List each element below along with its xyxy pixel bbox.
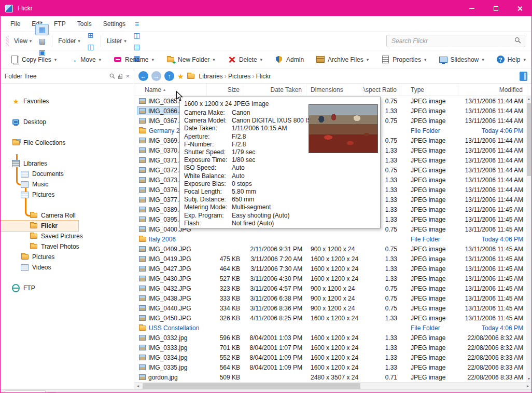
vertical-scroll-thumb[interactable]	[527, 103, 531, 176]
file-row[interactable]: IMG_0450.JPG326 KB4/11/2006 8:25 PM1600 …	[134, 313, 526, 323]
tree-item-desktop[interactable]: Desktop	[1, 117, 134, 127]
forward-button[interactable]: →	[151, 71, 161, 81]
toolbar-button-archive-files[interactable]: Archive Files▾	[313, 53, 372, 66]
folder-menu-button[interactable]: Folder ▾	[55, 35, 83, 47]
column-header-type[interactable]: Type	[401, 84, 458, 96]
tree-item-saved-pictures[interactable]: Saved Pictures	[1, 231, 134, 241]
column-header-modified[interactable]: Modified	[458, 84, 527, 96]
dual-display-button[interactable]: ◫	[84, 41, 97, 52]
tree-item-pictures[interactable]: Pictures	[1, 189, 134, 200]
column-header-size[interactable]: Size	[207, 84, 244, 96]
tree-item-libraries[interactable]: Libraries	[1, 158, 134, 169]
toolbar-button-rename[interactable]: Rename▾	[110, 53, 158, 66]
file-name-cell[interactable]: gordon.jpg	[134, 372, 207, 382]
column-header-aspect-ratio[interactable]: Aspect Ratio	[363, 84, 401, 96]
file-name-cell[interactable]: IMG_0427.JPG	[134, 264, 207, 274]
file-name-cell[interactable]: IMG_0332.jpg	[134, 333, 207, 343]
new-folder-tab-button[interactable]: ⊞	[84, 30, 97, 41]
file-name-cell[interactable]: IMG_0333.jpg	[134, 343, 207, 353]
close-button[interactable]	[508, 1, 531, 16]
tree-close-icon[interactable]: ×	[125, 72, 130, 80]
maximize-button[interactable]	[484, 1, 508, 16]
file-name-cell[interactable]: IMG_0409.JPG	[134, 244, 207, 254]
breadcrumb-item-pictures[interactable]: Pictures	[227, 72, 252, 81]
file-name-cell[interactable]: IMG_0440.JPG	[134, 303, 207, 313]
search-box[interactable]	[386, 35, 525, 47]
menu-item-file[interactable]: File	[5, 18, 26, 30]
scroll-right-arrow[interactable]: ►	[524, 383, 531, 389]
file-row[interactable]: gordon.jpg509 KB2480 x 3507 x 240.71JPEG…	[134, 372, 526, 382]
tree-item-travel-photos[interactable]: Travel Photos	[1, 241, 134, 252]
breadcrumb-item-flickr[interactable]: Flickr	[255, 72, 273, 81]
details-view-button[interactable]: ▤	[130, 41, 144, 52]
tree-item-flickr[interactable]: Flickr	[1, 221, 78, 231]
toolbar-button-admin[interactable]: Admin	[271, 53, 307, 66]
toolbar-button-move[interactable]: →Move▾	[65, 53, 105, 66]
file-name-cell[interactable]: IMG_0432.JPG	[134, 283, 207, 293]
vertical-scrollbar[interactable]: ▲ ▼	[526, 96, 531, 382]
tree-item-videos[interactable]: Videos	[1, 262, 134, 273]
file-row[interactable]: IMG_0333.jpg701 KB8/04/2001 1:07 PM1600 …	[134, 343, 526, 353]
lister-menu-button[interactable]: Lister ▾	[104, 35, 130, 47]
toolbar-button-help[interactable]: ?Help▾	[493, 53, 529, 65]
tree-item-pictures[interactable]: Pictures	[1, 252, 134, 262]
back-button[interactable]: ←	[138, 71, 148, 81]
horizontal-scrollbar[interactable]: ◄ ►	[134, 382, 531, 389]
thumbnails-button[interactable]: ▦	[35, 24, 49, 35]
dual-pane-button[interactable]: ◫	[130, 30, 144, 41]
file-row[interactable]: IMG_0334.jpg552 KB8/04/2001 1:09 PM1600 …	[134, 353, 526, 362]
file-name-cell[interactable]: IMG_0450.JPG	[134, 313, 207, 323]
file-name-cell[interactable]: IMG_0419.JPG	[134, 254, 207, 264]
menu-item-ftp[interactable]: FTP	[48, 18, 72, 30]
tree-search-icon[interactable]	[109, 73, 115, 79]
toolbar-button-properties[interactable]: Properties▾	[377, 53, 430, 66]
view-menu-button[interactable]: View ▾	[11, 35, 35, 47]
file-row[interactable]: IMG_0332.jpg596 KB8/04/2001 1:03 PM1600 …	[134, 333, 526, 343]
search-input[interactable]	[390, 37, 514, 45]
tree-item-camera-roll[interactable]: Camera Roll	[1, 210, 134, 221]
file-name-cell[interactable]: IMG_0335.jpg	[134, 362, 207, 372]
tree-item-music[interactable]: Music	[1, 179, 134, 189]
file-name-cell[interactable]: IMG_0438.JPG	[134, 293, 207, 303]
file-row[interactable]: IMG_0432.JPG323 KB3/11/2006 4:57 PM900 x…	[134, 283, 526, 293]
column-header-dimensions[interactable]: Dimensions	[306, 84, 363, 96]
tree-item-favorites[interactable]: ★Favorites	[1, 96, 134, 106]
tree-lock-icon[interactable]	[118, 74, 122, 79]
minimize-button[interactable]	[460, 1, 484, 16]
file-row[interactable]: IMG_0335.jpg564 KB8/04/2001 1:09 PM1600 …	[134, 362, 526, 372]
up-button[interactable]: ↑	[164, 71, 174, 81]
scroll-down-arrow[interactable]: ▼	[526, 376, 531, 382]
file-row[interactable]: IMG_0419.JPG475 KB3/11/2006 7:20 AM1600 …	[134, 254, 526, 264]
file-row[interactable]: IMG_0430.JPG527 KB3/11/2006 4:30 PM1600 …	[134, 274, 526, 283]
file-row[interactable]: IMG_0427.JPG464 KB3/11/2006 7:30 AM1600 …	[134, 264, 526, 274]
toolbar-button-delete[interactable]: Delete▾	[224, 53, 266, 66]
file-row[interactable]: IMG_0438.JPG333 KB3/11/2006 6:38 PM900 x…	[134, 293, 526, 303]
toolbar-button-slideshow[interactable]: Slideshow▾	[436, 53, 488, 66]
file-name-cell[interactable]: USS Constellation	[134, 323, 207, 333]
file-name-cell[interactable]: IMG_0430.JPG	[134, 274, 207, 283]
file-name-cell[interactable]: IMG_0334.jpg	[134, 353, 207, 362]
file-name-cell[interactable]: Italy 2006	[134, 234, 207, 244]
tree-item-file-collections[interactable]: File Collections	[1, 138, 134, 148]
folder-row[interactable]: Italy 2006File FolderToday 4:06 PM	[134, 234, 526, 244]
breadcrumb-item-libraries[interactable]: Libraries	[198, 72, 225, 81]
details-button[interactable]: ▤	[35, 35, 49, 47]
menu-item-settings[interactable]: Settings	[97, 18, 131, 30]
menu-item-tools[interactable]: Tools	[72, 18, 97, 30]
tree-item-documents[interactable]: Documents	[1, 169, 134, 179]
tab-flickr[interactable]: Flickr	[5, 390, 46, 393]
file-row[interactable]: IMG_0440.JPG334 KB3/11/2006 8:36 PM900 x…	[134, 303, 526, 313]
column-header-date-taken[interactable]: Date Taken	[244, 84, 306, 96]
scroll-left-arrow[interactable]: ◄	[134, 383, 142, 389]
tree-item-ftp[interactable]: FTP	[1, 283, 134, 293]
list-view-button[interactable]: ≡	[130, 18, 144, 30]
toolbar-button-copy-files[interactable]: Copy Files▾	[7, 53, 60, 66]
favorite-star-icon[interactable]: ★	[177, 72, 184, 80]
folder-row[interactable]: USS ConstellationFile FolderToday 4:06 P…	[134, 323, 526, 333]
horizontal-scroll-thumb[interactable]	[143, 383, 360, 389]
dual-display-toggle-icon[interactable]	[520, 72, 527, 81]
scroll-up-arrow[interactable]: ▲	[526, 96, 531, 102]
column-header-name[interactable]: Name▴	[134, 84, 207, 96]
file-row[interactable]: IMG_0409.JPG2/11/2006 9:31 PM900 x 1200 …	[134, 244, 526, 254]
toolbar-button-new-folder[interactable]: New Folder▾	[163, 53, 219, 66]
